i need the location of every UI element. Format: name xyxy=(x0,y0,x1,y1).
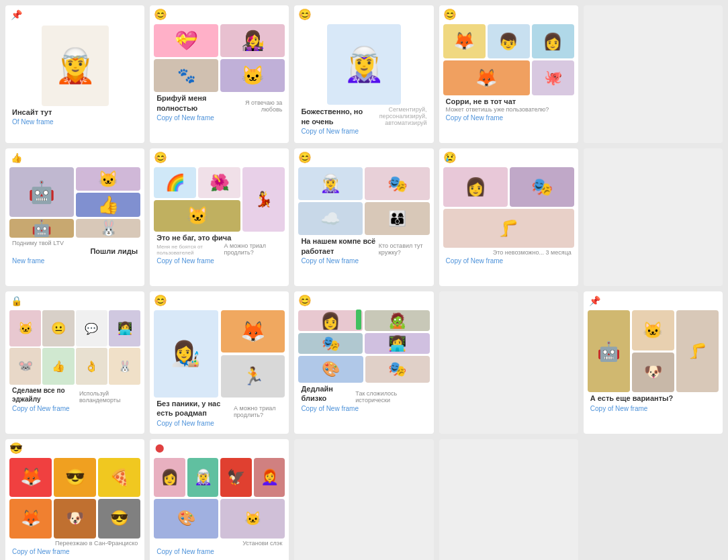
card-14-footer: А есть еще варианты? Copy of New frame xyxy=(588,392,719,414)
card-empty-5 xyxy=(439,439,578,560)
card-nopanic[interactable]: 😊 👩‍🎨 🦊 🏃 Без паники, у нас есть роадмап… xyxy=(150,291,289,434)
card-empty-2 xyxy=(584,148,723,286)
card-2-title: Брифуй меня полностью xyxy=(156,93,233,113)
card-7-title: Это не баг, это фича xyxy=(156,233,231,242)
card-1-title: Инсайт тут xyxy=(12,107,138,117)
card-2-label: Copy of New frame xyxy=(156,114,282,122)
card-1-label: Of New frame xyxy=(12,118,138,126)
card-4-subtitle: Может ответишь уже пользователю? xyxy=(446,106,572,113)
card-16-footer: Установи слэк Copy of New frame xyxy=(154,539,285,558)
emoji-icon-12: 😊 xyxy=(298,294,312,307)
emoji-icon-2: 😊 xyxy=(154,8,167,21)
emoji-icon-9: 😢 xyxy=(443,151,457,164)
card-7-footnote: Меня не боятся от пользователей xyxy=(156,244,224,256)
card-11-footer: Без паники, у нас есть роадмап А можно т… xyxy=(154,398,285,430)
emoji-icon-15: 😎 xyxy=(9,442,23,455)
emoji-icon-8: 😊 xyxy=(298,151,312,164)
card-7-subtitle: А можно триал продлить? xyxy=(224,242,283,256)
card-11-subtitle: А можно триал продлить? xyxy=(234,405,282,418)
card-3-label: Copy of New frame xyxy=(301,128,426,135)
card-15-footer: Переезжаю в Сан-Франциско Copy of New fr… xyxy=(9,539,140,558)
card-notbug[interactable]: 😊 🌈 🌺 💃 🐱 Это не баг, это фича Меня не б… xyxy=(150,148,289,286)
card-11-title: Без паники, у нас есть роадмап xyxy=(156,399,234,418)
thumbsup-icon: 👍 xyxy=(11,152,22,163)
card-sorry[interactable]: 😊 🦊 👦 👩 🦊 🐙 Сорри, не в тот чат Может от… xyxy=(439,5,578,143)
card-12-subtitle: Так сложилось исторически xyxy=(355,390,426,404)
card-8-footer: На нашем компе всё работает Кто оставил … xyxy=(298,235,429,267)
card-empty-3 xyxy=(439,291,578,434)
card-3-footer: Божественно, но не очень Сегментируй, пе… xyxy=(298,105,429,138)
card-16-subtitle: Установи слэк xyxy=(156,540,282,547)
card-12-label: Copy of New frame xyxy=(301,405,426,412)
card-divine[interactable]: 😊 🧝‍♀️ Божественно, но не очень Сегменти… xyxy=(294,5,433,143)
lock-icon: 🔒 xyxy=(11,295,22,306)
card-14-label: Copy of New frame xyxy=(590,405,716,412)
card-16-label: Copy of New frame xyxy=(156,548,282,555)
card-11-label: Copy of New frame xyxy=(156,420,282,427)
card-slack[interactable]: ⬤ 👩 🧝‍♀️ 🦅 👩‍🦰 🎨 🐱 Установи слэк Copy of… xyxy=(150,439,289,560)
pin-icon-2: 📌 xyxy=(589,295,600,306)
emoji-icon-4: 😊 xyxy=(443,8,457,21)
card-deadline[interactable]: 😊 👩 🧟 🎭 👩‍💻 🎨 🎭 Дедл xyxy=(294,291,433,434)
card-9-subtitle: Это невозможно... 3 месяца xyxy=(446,249,572,256)
card-10-subtitle: Используй воландеморты xyxy=(79,390,138,404)
card-4-title: Сорри, не в тот чат xyxy=(446,97,572,106)
card-variants[interactable]: 📌 🤖 🐱 🦵 🐶 А есть еще варианты? Copy of N… xyxy=(584,291,723,434)
main-grid: 📌 🧝 Инсайт тут Of New frame 😊 💝 👩‍🎤 🐾 xyxy=(0,0,728,560)
card-10-label: Copy of New frame xyxy=(12,405,138,412)
card-9-label: Copy of New frame xyxy=(446,257,572,265)
card-4-footer: Сорри, не в тот чат Может ответишь уже п… xyxy=(443,95,574,124)
pin-icon: 📌 xyxy=(11,9,22,20)
card-insight[interactable]: 📌 🧝 Инсайт тут Of New frame xyxy=(5,5,144,143)
emoji-icon-11: 😊 xyxy=(154,294,167,307)
card-9-footer: Это невозможно... 3 месяца Copy of New f… xyxy=(443,248,574,267)
card-10-footer: Сделаем все по эджайлу Используй воланде… xyxy=(9,385,140,415)
card-cool[interactable]: 😎 🦊 😎 🍕 🦊 🐶 😎 Переезжаю в Сан-Франциско … xyxy=(5,439,144,560)
card-15-label: Copy of New frame xyxy=(12,548,138,555)
card-4-label: Copy of New frame xyxy=(446,114,572,122)
card-6-title: Пошли лиды xyxy=(90,246,138,256)
card-8-subtitle: Кто оставил тут кружку? xyxy=(379,242,427,256)
card-sad[interactable]: 😢 👩 🎭 🦵 Это невозможно... 3 месяца Copy … xyxy=(439,148,578,286)
card-2-subtitle: Я отвечаю за любовь xyxy=(233,99,283,113)
card-12-title: Дедлайн близко xyxy=(301,384,355,404)
card-briefing[interactable]: 😊 💝 👩‍🎤 🐾 🐱 Брифуй меня полностью Я отве… xyxy=(150,5,289,143)
card-15-subtitle: Переезжаю в Сан-Франциско xyxy=(12,540,138,547)
card-8-title: На нашем компе всё работает xyxy=(301,236,378,256)
emoji-icon-7: 😊 xyxy=(154,151,167,164)
card-ourpc[interactable]: 😊 🧝‍♀️ 🎭 ☁️ 👨‍👩‍👦 На нашем компе всё раб… xyxy=(294,148,433,286)
card-1-footer: Инсайт тут Of New frame xyxy=(9,106,140,128)
card-3-title: Божественно, но не очень xyxy=(301,107,373,126)
card-2-footer: Брифуй меня полностью Я отвечаю за любов… xyxy=(154,92,285,124)
card-7-footer: Это не баг, это фича Меня не боятся от п… xyxy=(154,232,285,267)
card-newframe[interactable]: 👍 👍 🐱 🤖 🤖 🐰 Подниму твой LTV Пошли лиды xyxy=(5,148,144,286)
card-empty-4 xyxy=(294,439,433,560)
card-14-title: А есть еще варианты? xyxy=(590,393,716,403)
card-empty-1 xyxy=(584,5,723,143)
emoji-icon-3: 😊 xyxy=(298,8,312,21)
card-6-subtitle-left: Подниму твой LTV xyxy=(12,240,64,246)
card-agile[interactable]: 🔒 🐱 😐 💬 👩‍💻 🐭 👍 👌 🐰 Сделаем все по эджай… xyxy=(5,291,144,434)
card-10-title-left: Сделаем все по эджайлу xyxy=(12,386,79,404)
card-6-footer: Подниму твой LTV Пошли лиды New frame xyxy=(9,238,140,267)
card-7-label: Copy of New frame xyxy=(156,257,282,265)
card-6-label: New frame xyxy=(12,257,138,265)
card-12-footer: Дедлайн близко Так сложилось исторически… xyxy=(298,383,429,415)
card-8-label: Copy of New frame xyxy=(301,257,426,265)
